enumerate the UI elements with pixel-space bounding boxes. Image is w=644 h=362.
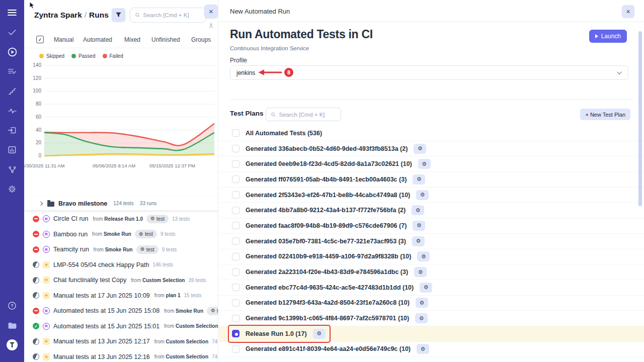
test-badge[interactable]: ⚙test: [146, 215, 169, 223]
run-row[interactable]: ✳Manual tests at 17 Jun 2025 10:09from p…: [24, 288, 218, 304]
run-row[interactable]: ✳Manual tests at 13 Jun 2025 12:16from C…: [24, 349, 218, 362]
plan-settings-button[interactable]: ⚙: [415, 313, 428, 323]
plan-settings-button[interactable]: ⚙: [412, 205, 424, 215]
checkbox[interactable]: [232, 145, 239, 152]
run-row[interactable]: RCircle CI runfrom Release Run 1.0⚙test1…: [24, 211, 218, 227]
plan-settings-button[interactable]: ⚙: [418, 159, 431, 169]
run-row[interactable]: RAutomated tests at 15 Jun 2025 15:01fro…: [24, 319, 218, 334]
test-plan-row[interactable]: Generated ff076591-05ab-4b4b-8491-1ecb00…: [219, 172, 644, 188]
run-row[interactable]: ✳LMP-554 05/04 check Happy Path146 tests: [24, 257, 218, 273]
gear-icon[interactable]: [6, 183, 19, 196]
checkbox[interactable]: [232, 299, 239, 307]
checkbox[interactable]: [232, 345, 239, 353]
runs-search-input[interactable]: [143, 12, 202, 18]
tab-automated[interactable]: Automated: [83, 36, 112, 43]
test-plan-row[interactable]: Generated 4bb7a8b0-9212-43a4-b137-f772fe…: [219, 203, 644, 218]
checkbox[interactable]: [232, 222, 239, 229]
tab-unfinished[interactable]: Unfinished: [151, 36, 180, 43]
plan-settings-button[interactable]: ⚙: [414, 267, 427, 277]
tab-groups[interactable]: Groups: [191, 36, 211, 43]
run-row[interactable]: ✳Chat functinality test Copyfrom Custom …: [24, 273, 218, 288]
checkbox[interactable]: [232, 315, 239, 322]
test-plan-row[interactable]: Generated 336abecb-0b52-4d60-9ded-493f3f…: [219, 141, 644, 157]
breadcrumb-project[interactable]: Zyntra Spark: [34, 11, 82, 19]
plan-settings-button[interactable]: ⚙: [413, 221, 425, 231]
plan-settings-button[interactable]: ⚙: [416, 298, 428, 308]
new-test-plan-button[interactable]: + New Test Plan: [580, 109, 630, 120]
plan-settings-button[interactable]: ⚙: [417, 344, 429, 354]
run-row[interactable]: RTeamcity runfrom Smoke Run⚙test9 tests: [24, 242, 218, 257]
test-plan-row[interactable]: Generated faac8f09-94b8-4b19-89d9-c576cd…: [219, 218, 644, 234]
test-plan-label: Generated 4bb7a8b0-9212-43a4-b137-f772fe…: [246, 207, 406, 214]
test-plan-row[interactable]: Generated 022410b9-e918-4459-a106-97d2a9…: [219, 249, 644, 265]
search-icon: [271, 112, 276, 118]
select-all-icon[interactable]: ✓: [36, 36, 44, 43]
test-plan-row[interactable]: Generated b12794f3-643a-4a2d-8504-23f1e7…: [219, 296, 644, 311]
automated-run-icon: R: [43, 246, 50, 253]
test-badge[interactable]: ⚙test: [136, 245, 158, 254]
menu-icon[interactable]: [6, 6, 19, 19]
help-icon[interactable]: ?: [6, 299, 19, 312]
test-plans-search[interactable]: [266, 108, 341, 121]
plan-settings-button[interactable]: ⚙: [412, 236, 425, 246]
run-row[interactable]: RAutomated tests at 15 Jun 2025 15:08fro…: [24, 303, 218, 319]
checkbox[interactable]: [232, 253, 239, 260]
plan-settings-button[interactable]: ⚙: [413, 174, 425, 185]
import-icon[interactable]: [6, 124, 19, 137]
test-badge[interactable]: ⚙test: [207, 307, 218, 315]
run-row[interactable]: RBamboo runfrom Smoke Run⚙test9 tests: [24, 227, 218, 242]
runs-search[interactable]: [130, 8, 206, 23]
test-plans-search-input[interactable]: [279, 112, 336, 118]
test-plan-row[interactable]: Generated ebc77c4d-9635-424c-ac5e-427483…: [219, 280, 644, 296]
scrollbar-thumb[interactable]: [638, 31, 642, 206]
run-row[interactable]: ✳Manual tests at 13 Jun 2025 12:17from C…: [24, 334, 218, 349]
test-plan-row[interactable]: Generated 2a223104-f20e-4b43-83d9-e78459…: [219, 264, 644, 280]
run-source: from Smoke Run: [164, 308, 203, 314]
checkbox[interactable]: [232, 237, 239, 245]
checkbox[interactable]: [232, 191, 239, 199]
dialog-close-button[interactable]: ×: [622, 5, 634, 18]
test-plan-row[interactable]: Generated 035e7bf0-7381-4c5c-be77-321e73…: [219, 234, 644, 249]
plan-settings-button[interactable]: ⚙: [414, 144, 426, 154]
plan-settings-button[interactable]: ⚙: [420, 283, 432, 293]
steps-icon[interactable]: [6, 84, 19, 98]
plan-settings-button[interactable]: ⚙: [313, 329, 326, 339]
pulse-icon[interactable]: [6, 104, 19, 117]
plan-settings-button[interactable]: ⚙: [417, 251, 430, 261]
checkbox[interactable]: [232, 129, 239, 137]
report-icon[interactable]: [6, 143, 19, 156]
chevron-right-icon[interactable]: [39, 201, 43, 205]
checkbox[interactable]: [232, 160, 239, 168]
test-plan-row[interactable]: Generated 2f5343e3-ef26-47b1-be8b-44cabc…: [219, 188, 644, 203]
test-plan-row[interactable]: Generated e891c41f-8039-4e64-aa24-e0d56e…: [219, 342, 644, 357]
checkbox[interactable]: [232, 175, 239, 183]
download-icon: [208, 21, 214, 30]
plan-settings-button[interactable]: ⚙: [416, 190, 429, 200]
test-badge[interactable]: ⚙test: [135, 230, 157, 238]
list-check-icon[interactable]: [6, 65, 19, 78]
play-circle-icon[interactable]: [6, 45, 19, 58]
test-plan-row[interactable]: Release Run 1.0 (17)⚙: [219, 326, 644, 342]
run-source: from Smoke Run: [92, 231, 131, 237]
logo-testomat[interactable]: T: [6, 338, 19, 351]
panel-close-button[interactable]: ×: [204, 5, 218, 18]
checkbox[interactable]: [232, 284, 239, 291]
test-plan-row[interactable]: All Automated Tests (536): [219, 126, 644, 141]
tests-count: 748 tests: [212, 354, 218, 359]
checkbox[interactable]: [232, 207, 239, 214]
tab-mixed[interactable]: Mixed: [124, 36, 140, 43]
run-title: Automated tests at 15 Jun 2025 15:01: [53, 323, 159, 330]
tab-manual[interactable]: Manual: [54, 36, 73, 43]
breadcrumb-page: Runs: [89, 11, 109, 19]
checkbox[interactable]: [232, 268, 239, 276]
milestone-row[interactable]: Bravo milestone 124 tests 33 runs: [24, 197, 218, 210]
check-icon[interactable]: [6, 26, 19, 39]
folder-icon[interactable]: [6, 319, 19, 332]
branch-icon[interactable]: [6, 163, 19, 176]
launch-button[interactable]: Launch: [589, 30, 627, 43]
manual-run-icon: ✳: [43, 338, 50, 345]
test-plan-row[interactable]: Generated 0eeb9e18-f23d-4cd5-82dd-8a1a73…: [219, 156, 644, 172]
test-plan-row[interactable]: Generated 9c1399b1-c065-4f84-8697-7af2c5…: [219, 311, 644, 326]
filter-button[interactable]: [112, 8, 125, 22]
checkbox-checked[interactable]: [232, 330, 239, 337]
